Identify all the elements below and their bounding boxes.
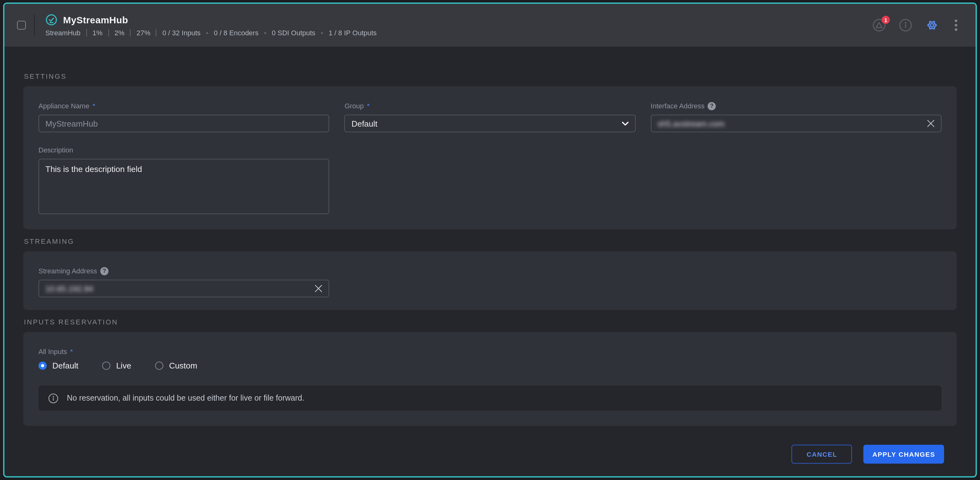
more-options-button[interactable] bbox=[951, 18, 961, 32]
group-field-group: Group* Default bbox=[345, 101, 636, 132]
all-inputs-label: All Inputs bbox=[38, 347, 67, 356]
appliance-title: MyStreamHub bbox=[63, 14, 128, 25]
meta-sdi-outputs: 0 SDI Outputs bbox=[272, 29, 315, 36]
streaming-address-value: 10.65.192.84 bbox=[45, 284, 93, 293]
streaming-address-label: Streaming Address bbox=[38, 266, 97, 275]
streaming-address-input[interactable]: 10.65.192.84 bbox=[38, 280, 329, 297]
chevron-down-icon bbox=[622, 121, 628, 126]
description-value: This is the description field bbox=[45, 165, 142, 174]
alerts-button[interactable]: 1 bbox=[872, 18, 886, 32]
interface-address-input[interactable]: sh5.avstream.com bbox=[651, 115, 942, 132]
separator bbox=[86, 29, 87, 36]
interface-address-value: sh5.avstream.com bbox=[657, 119, 724, 128]
alert-count-badge: 1 bbox=[881, 16, 890, 24]
reservation-info-banner: No reservation, all inputs could be used… bbox=[38, 385, 942, 411]
appliance-meta: StreamHub 1% 2% 27% 0 / 32 Inputs 0 / 8 … bbox=[45, 29, 377, 36]
radio-option-label: Live bbox=[116, 361, 131, 371]
meta-ip-outputs: 1 / 8 IP Outputs bbox=[329, 29, 377, 36]
separator bbox=[130, 29, 131, 36]
dot-separator bbox=[206, 32, 208, 34]
clear-interface-address-icon[interactable] bbox=[927, 120, 935, 127]
meta-inputs: 0 / 32 Inputs bbox=[162, 29, 200, 36]
inputs-reservation-card: All Inputs* Default Live Custom bbox=[23, 332, 957, 426]
meta-encoders: 0 / 8 Encoders bbox=[214, 29, 259, 36]
screen: MyStreamHub StreamHub 1% 2% 27% 0 / 32 I… bbox=[0, 0, 980, 480]
all-inputs-radio-group: Default Live Custom bbox=[38, 361, 942, 371]
form-actions: CANCEL APPLY CHANGES bbox=[23, 426, 957, 464]
appliance-name-label: Appliance Name bbox=[38, 101, 89, 110]
clear-streaming-address-icon[interactable] bbox=[315, 285, 323, 292]
meta-type: StreamHub bbox=[45, 29, 80, 36]
group-select[interactable]: Default bbox=[345, 115, 636, 132]
appliance-header: MyStreamHub StreamHub 1% 2% 27% 0 / 32 I… bbox=[5, 4, 975, 47]
title-block: MyStreamHub StreamHub 1% 2% 27% 0 / 32 I… bbox=[45, 14, 377, 36]
select-appliance-checkbox[interactable] bbox=[17, 21, 26, 30]
meta-cpu: 1% bbox=[92, 29, 102, 36]
description-field-group: Description This is the description fiel… bbox=[38, 146, 329, 214]
settings-card: Appliance Name* MyStreamHub Group* Defau… bbox=[23, 86, 957, 229]
group-label: Group bbox=[345, 101, 364, 110]
meta-disk: 27% bbox=[137, 29, 150, 36]
settings-page: SETTINGS Appliance Name* MyStreamHub Gro… bbox=[5, 47, 975, 476]
reservation-info-text: No reservation, all inputs could be used… bbox=[67, 394, 304, 402]
streaming-address-field-group: Streaming Address ? 10.65.192.84 bbox=[38, 266, 329, 297]
radio-option-live[interactable]: Live bbox=[102, 361, 131, 371]
appliance-name-field-group: Appliance Name* MyStreamHub bbox=[38, 101, 329, 132]
radio-option-label: Custom bbox=[169, 361, 197, 371]
info-button[interactable] bbox=[899, 18, 913, 32]
settings-gear-icon[interactable] bbox=[925, 18, 939, 32]
header-divider bbox=[34, 14, 35, 36]
radio-unselected-icon bbox=[102, 361, 110, 370]
radio-option-default[interactable]: Default bbox=[38, 361, 78, 371]
radio-option-label: Default bbox=[52, 361, 78, 371]
required-asterisk: * bbox=[70, 347, 73, 356]
separator bbox=[156, 29, 157, 36]
meta-memory: 2% bbox=[115, 29, 124, 36]
apply-changes-button[interactable]: APPLY CHANGES bbox=[864, 445, 944, 464]
required-asterisk: * bbox=[92, 101, 95, 110]
interface-address-label: Interface Address bbox=[651, 101, 705, 110]
required-asterisk: * bbox=[367, 101, 370, 110]
streaming-section-heading: STREAMING bbox=[24, 237, 957, 246]
separator bbox=[108, 29, 109, 36]
description-textarea[interactable]: This is the description field bbox=[38, 159, 329, 214]
header-actions: 1 bbox=[872, 18, 961, 32]
radio-option-custom[interactable]: Custom bbox=[155, 361, 197, 371]
dot-separator bbox=[321, 32, 323, 34]
radio-selected-icon bbox=[38, 361, 47, 370]
description-label: Description bbox=[38, 146, 73, 154]
settings-section-heading: SETTINGS bbox=[24, 72, 957, 81]
status-ok-icon bbox=[45, 14, 57, 26]
interface-address-help-icon[interactable]: ? bbox=[708, 102, 716, 110]
streaming-card: Streaming Address ? 10.65.192.84 bbox=[23, 251, 957, 310]
info-circle-icon bbox=[48, 393, 59, 404]
interface-address-field-group: Interface Address ? sh5.avstream.com bbox=[651, 101, 942, 132]
appliance-name-value: MyStreamHub bbox=[45, 119, 98, 128]
radio-unselected-icon bbox=[155, 361, 163, 370]
group-selected-value: Default bbox=[352, 119, 377, 128]
inputs-reservation-section-heading: INPUTS RESERVATION bbox=[24, 317, 957, 326]
dot-separator bbox=[264, 32, 266, 34]
streaming-address-help-icon[interactable]: ? bbox=[100, 267, 108, 275]
cancel-button[interactable]: CANCEL bbox=[792, 445, 852, 464]
appliance-name-input[interactable]: MyStreamHub bbox=[38, 115, 329, 132]
appliance-panel: MyStreamHub StreamHub 1% 2% 27% 0 / 32 I… bbox=[3, 3, 977, 477]
